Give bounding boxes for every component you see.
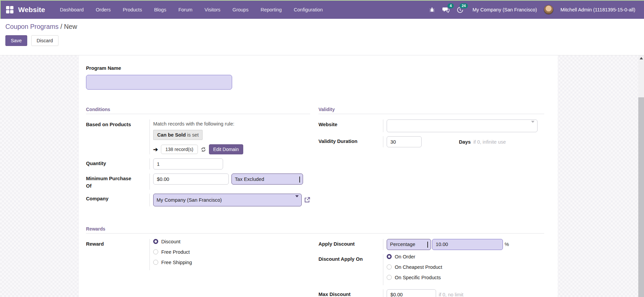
validity-duration-input[interactable] bbox=[387, 136, 422, 147]
company-value: My Company (San Francisco) bbox=[157, 197, 222, 203]
discount-type-select[interactable]: Percentage bbox=[387, 239, 431, 250]
domain-rule-operator: is set bbox=[186, 132, 199, 138]
domain-rule-field: Can be Sold bbox=[157, 132, 186, 138]
message-count-badge: 4 bbox=[447, 3, 454, 8]
radio-unselected-icon bbox=[387, 264, 392, 269]
chevron-down-icon bbox=[427, 242, 428, 247]
validity-title: Validity bbox=[318, 107, 544, 114]
apply-on-option-label: On Order bbox=[395, 254, 415, 259]
tax-mode-select[interactable]: Tax Excluded bbox=[231, 174, 303, 185]
minimum-purchase-label: Minimum Purchase Of bbox=[86, 174, 149, 190]
radio-unselected-icon bbox=[387, 275, 392, 280]
program-name-label: Program Name bbox=[86, 65, 544, 72]
days-unit-label: Days bbox=[459, 139, 471, 145]
menu-blogs[interactable]: Blogs bbox=[148, 1, 172, 18]
messages-icon[interactable]: 4 bbox=[440, 4, 452, 15]
refresh-icon[interactable] bbox=[201, 147, 206, 152]
validity-duration-label: Validity Duration bbox=[318, 136, 383, 147]
apply-on-option-label: On Cheapest Product bbox=[395, 264, 442, 270]
breadcrumb: Coupon Programs / New bbox=[5, 23, 639, 31]
user-avatar[interactable] bbox=[544, 5, 554, 15]
domain-rule-intro: Match records with the following rule: bbox=[153, 121, 310, 127]
edit-domain-button[interactable]: Edit Domain bbox=[209, 144, 243, 154]
duration-hint: if 0, infinite use bbox=[473, 139, 506, 145]
radio-unselected-icon bbox=[153, 249, 158, 254]
form-background: Program Name Conditions Based on Product… bbox=[0, 55, 644, 297]
scroll-up-button[interactable] bbox=[638, 55, 644, 61]
reward-radio-free-product[interactable]: Free Product bbox=[153, 249, 310, 255]
records-count-button[interactable]: 138 record(s) bbox=[161, 145, 198, 154]
scrollbar-thumb[interactable] bbox=[638, 97, 644, 297]
save-button[interactable]: Save bbox=[5, 35, 27, 46]
apply-discount-label: Apply Discount bbox=[318, 239, 383, 250]
website-select[interactable] bbox=[387, 119, 538, 132]
apply-on-option-label: On Specific Products bbox=[395, 275, 441, 280]
user-menu[interactable]: Mitchell Admin (11181395-15-0-all) bbox=[556, 7, 639, 12]
menu-orders[interactable]: Orders bbox=[90, 1, 117, 18]
menu-visitors[interactable]: Visitors bbox=[199, 1, 226, 18]
discount-apply-on-label: Discount Apply On bbox=[318, 254, 383, 285]
radio-selected-icon bbox=[153, 239, 158, 244]
company-select[interactable]: My Company (San Francisco) bbox=[153, 194, 302, 206]
arrow-right-icon: ➔ bbox=[153, 146, 158, 153]
company-switcher[interactable]: My Company (San Francisco) bbox=[469, 7, 541, 12]
max-discount-hint: if 0, no limit bbox=[439, 292, 463, 297]
reward-radio-free-shipping[interactable]: Free Shipping bbox=[153, 260, 310, 265]
domain-rule-tag[interactable]: Can be Sold is set bbox=[153, 130, 203, 140]
quantity-label: Quantity bbox=[86, 158, 149, 169]
menu-forum[interactable]: Forum bbox=[172, 1, 199, 18]
form-sheet: Program Name Conditions Based on Product… bbox=[79, 55, 558, 297]
top-navbar: Website Dashboard Orders Products Blogs … bbox=[0, 0, 644, 19]
discount-type-value: Percentage bbox=[390, 242, 415, 247]
apply-on-radio-specific-products[interactable]: On Specific Products bbox=[387, 275, 544, 280]
menu-reporting[interactable]: Reporting bbox=[255, 1, 288, 18]
rewards-title: Rewards bbox=[86, 227, 544, 234]
quantity-input[interactable] bbox=[153, 158, 223, 169]
apply-on-radio-cheapest-product[interactable]: On Cheapest Product bbox=[387, 264, 544, 270]
discard-button[interactable]: Discard bbox=[31, 35, 58, 46]
menu-products[interactable]: Products bbox=[117, 1, 148, 18]
app-name[interactable]: Website bbox=[18, 6, 45, 14]
percent-suffix: % bbox=[505, 242, 509, 247]
bug-icon[interactable] bbox=[426, 4, 438, 15]
reward-radio-discount[interactable]: Discount bbox=[153, 239, 310, 244]
validity-group: Validity Website Validity Duration bbox=[318, 107, 544, 210]
activities-clock-icon[interactable]: 24 bbox=[455, 4, 466, 15]
apps-grid-icon[interactable] bbox=[6, 6, 13, 13]
max-discount-input[interactable] bbox=[387, 289, 436, 297]
max-discount-label: Max Discount Amount bbox=[318, 289, 383, 297]
reward-label: Reward bbox=[86, 239, 149, 270]
menu-configuration[interactable]: Configuration bbox=[288, 1, 329, 18]
website-label: Website bbox=[318, 119, 383, 132]
breadcrumb-new: / New bbox=[60, 23, 77, 30]
dropdown-caret-icon bbox=[295, 197, 299, 203]
minimum-purchase-input[interactable] bbox=[153, 174, 229, 185]
menu-dashboard[interactable]: Dashboard bbox=[54, 1, 90, 18]
conditions-group: Conditions Based on Products Match recor… bbox=[86, 107, 310, 210]
activity-count-badge: 24 bbox=[460, 3, 468, 8]
based-on-products-label: Based on Products bbox=[86, 119, 149, 154]
reward-option-label: Free Product bbox=[161, 249, 190, 255]
menu-groups[interactable]: Groups bbox=[226, 1, 255, 18]
main-menu: Dashboard Orders Products Blogs Forum Vi… bbox=[54, 1, 329, 18]
tax-mode-value: Tax Excluded bbox=[235, 177, 264, 182]
control-panel: Coupon Programs / New Save Discard bbox=[0, 19, 644, 55]
dropdown-caret-icon bbox=[531, 123, 534, 129]
radio-selected-icon bbox=[387, 254, 392, 259]
reward-option-label: Discount bbox=[161, 239, 180, 244]
program-name-input[interactable] bbox=[86, 75, 232, 90]
reward-option-label: Free Shipping bbox=[161, 260, 192, 265]
radio-unselected-icon bbox=[153, 260, 158, 265]
conditions-title: Conditions bbox=[86, 107, 310, 114]
scrollbar[interactable] bbox=[638, 55, 644, 297]
external-link-icon[interactable] bbox=[304, 197, 310, 203]
company-label: Company bbox=[86, 194, 149, 206]
discount-percentage-input[interactable] bbox=[432, 239, 503, 250]
apply-on-radio-on-order[interactable]: On Order bbox=[387, 254, 544, 259]
breadcrumb-coupon-programs[interactable]: Coupon Programs bbox=[5, 23, 58, 30]
rewards-group: Rewards Reward Discount Free Product bbox=[86, 227, 544, 297]
chevron-down-icon bbox=[299, 177, 300, 182]
